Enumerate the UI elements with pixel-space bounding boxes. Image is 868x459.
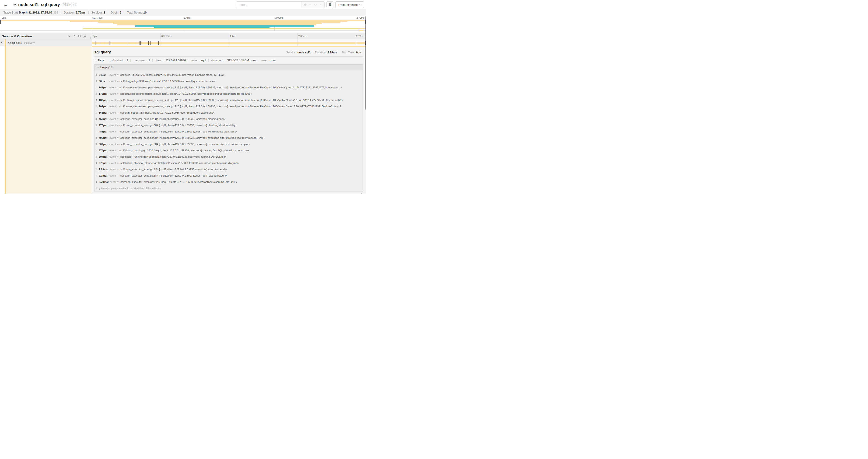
expand-one-icon[interactable] bbox=[74, 35, 75, 38]
equals-sign: = bbox=[117, 162, 119, 164]
chevron-right-icon bbox=[96, 93, 97, 95]
log-field-name: event bbox=[110, 118, 116, 120]
log-entry-row[interactable]: 2.7ms: event = ‹sql/conn_executor_exec.g… bbox=[96, 172, 363, 179]
summary-item: Depth 6 bbox=[108, 11, 124, 14]
chevron-right-icon bbox=[96, 86, 97, 89]
detail-indent-background bbox=[6, 46, 92, 194]
log-marker-tick bbox=[141, 41, 141, 45]
spanid-value: 4877749850101760812 bbox=[330, 194, 359, 194]
summary-item: Trace Start March 31 2022, 17:25:09 .326 bbox=[1, 11, 61, 14]
chevron-right-icon bbox=[96, 149, 97, 152]
gridline bbox=[160, 33, 161, 39]
trace-id: 7418682 bbox=[62, 3, 76, 7]
log-entry-row[interactable]: 502μs: event = ‹sql/conn_executor_exec.g… bbox=[96, 141, 363, 147]
tags-accordion[interactable]: Tags: _unfinished = 1 _verbose = 1 bbox=[94, 57, 363, 64]
clear-search-icon[interactable]: × bbox=[318, 2, 323, 7]
collapse-controls bbox=[68, 35, 86, 38]
log-entry-row[interactable]: 142μs: event = ‹sql/catalog/lease/descri… bbox=[96, 84, 363, 91]
minimap-span-bar bbox=[83, 28, 366, 29]
log-marker-tick bbox=[140, 41, 140, 45]
log-entry-row[interactable]: 574μs: event = ‹sql/distsql_running.go:1… bbox=[96, 147, 363, 154]
log-value: ‹sql/conn_executor_exec.go:684 [nsql1,cl… bbox=[120, 143, 250, 145]
tag-value: 127.0.0.1:59936 bbox=[165, 59, 186, 62]
span-bar-cell[interactable] bbox=[92, 39, 366, 46]
meta-value: node sql1 bbox=[298, 51, 311, 54]
ruler-tick: 1.4ms bbox=[230, 35, 237, 38]
scrollbar-thumb[interactable] bbox=[365, 16, 366, 110]
ruler-tick: 697.75μs bbox=[161, 35, 172, 38]
log-field-name: event bbox=[110, 168, 116, 171]
deep-link-icon[interactable] bbox=[360, 193, 363, 194]
log-timestamp: 189μs: bbox=[99, 99, 108, 101]
log-field-name: event bbox=[110, 162, 116, 164]
chevron-right-icon bbox=[96, 118, 97, 120]
log-entry-row[interactable]: 495μs: event = ‹sql/conn_executor_exec.g… bbox=[96, 135, 363, 141]
log-entry-row[interactable]: 476μs: event = ‹sql/conn_executor_exec.g… bbox=[96, 122, 363, 128]
collapse-one-icon[interactable] bbox=[68, 35, 71, 37]
equals-sign: = bbox=[117, 155, 119, 158]
equals-sign: = bbox=[117, 92, 119, 95]
find-input[interactable] bbox=[236, 2, 301, 8]
log-entry-row[interactable]: 2.69ms: event = ‹sql/conn_executor_exec.… bbox=[96, 166, 363, 172]
log-timestamp: 2.79ms: bbox=[99, 181, 109, 183]
ruler-tick: 2.79ms bbox=[356, 16, 365, 19]
log-entry-row[interactable]: 366μs: event = ‹sql/plan_opt.go:358 [nsq… bbox=[96, 109, 363, 116]
log-marker-tick bbox=[106, 41, 106, 45]
summary-value: March 31 2022, 17:25:09 bbox=[19, 11, 52, 14]
span-name-cell[interactable]: node sql1 sql query bbox=[0, 39, 92, 46]
log-entry-row[interactable]: 80μs: event = ‹sql/plan_opt.go:358 [nsql… bbox=[96, 78, 363, 84]
collapse-span-chevron[interactable] bbox=[0, 42, 5, 44]
log-entry-row[interactable]: 189μs: event = ‹sql/catalog/lease/descri… bbox=[96, 97, 363, 103]
log-entry-row[interactable]: 34μs: event = ‹sql/exec_util.go:2297 [ns… bbox=[96, 72, 363, 78]
ruler-tick: 2.09ms bbox=[299, 35, 306, 38]
view-selector-label: Trace Timeline bbox=[338, 3, 358, 6]
log-entry-row[interactable]: 201μs: event = ‹sql/catalog/lease/descri… bbox=[96, 103, 363, 109]
log-value: ‹sql/conn_executor_exec.go:684 [nsql1,cl… bbox=[120, 118, 225, 120]
collapse-all-icon[interactable] bbox=[78, 35, 81, 38]
column-resizer-grip[interactable]: ∥ bbox=[90, 37, 91, 39]
log-timestamp: 2.69ms: bbox=[99, 168, 109, 171]
tag-value: root bbox=[271, 59, 276, 62]
log-entry-row[interactable]: 459μs: event = ‹sql/conn_executor_exec.g… bbox=[96, 116, 363, 122]
log-entry-row[interactable]: 176μs: event = ‹sql/catalog/descs/descri… bbox=[96, 91, 363, 97]
logs-footnote: Log timestamps are relative to the start… bbox=[96, 185, 363, 191]
meta-value: 0μs bbox=[356, 51, 361, 54]
log-entry-row[interactable]: 597μs: event = ‹sql/distsql_running.go:4… bbox=[96, 154, 363, 160]
view-selector-dropdown[interactable]: Trace Timeline bbox=[335, 1, 364, 8]
logs-header[interactable]: Logs (18) bbox=[94, 65, 363, 70]
log-entry-row[interactable]: 678μs: event = ‹sql/distsql_physical_pla… bbox=[96, 160, 363, 166]
meta-item: Start Time: 0μs bbox=[339, 51, 363, 54]
viewport-drag-handle-left[interactable] bbox=[0, 20, 1, 24]
expand-all-icon[interactable] bbox=[83, 35, 86, 38]
log-field-name: event bbox=[110, 130, 116, 133]
meta-label: Duration: bbox=[315, 51, 327, 54]
back-arrow-icon: ← bbox=[3, 2, 8, 7]
equals-sign: = bbox=[117, 99, 119, 101]
next-result-icon[interactable] bbox=[313, 2, 318, 7]
log-field-name: event bbox=[110, 105, 116, 108]
locate-icon[interactable] bbox=[303, 2, 308, 7]
summary-value: 6 bbox=[120, 11, 121, 14]
span-row[interactable]: node sql1 sql query bbox=[0, 39, 366, 46]
collapse-trace-chevron[interactable] bbox=[13, 3, 17, 6]
log-value: ‹sql/distsql_running.go:1420 [nsql1,clie… bbox=[120, 149, 250, 152]
log-timestamp: 2.7ms: bbox=[99, 174, 108, 177]
log-value: ‹sql/conn_executor_exec.go:684 [nsql1,cl… bbox=[120, 124, 236, 127]
span-duration-bar[interactable] bbox=[92, 42, 366, 44]
gridline bbox=[298, 33, 298, 39]
back-button[interactable]: ← bbox=[2, 1, 10, 9]
equals-sign: = bbox=[117, 105, 119, 108]
prev-result-icon[interactable] bbox=[308, 2, 313, 7]
keyboard-shortcuts-button[interactable]: ⌘ bbox=[327, 1, 334, 8]
log-entry-row[interactable]: 486μs: event = ‹sql/conn_executor_exec.g… bbox=[96, 128, 363, 135]
log-value: ‹sql/conn_executor_exec.go:2046 [nsql1,c… bbox=[120, 181, 237, 183]
timeline-minimap[interactable] bbox=[0, 20, 366, 31]
chevron-down-icon bbox=[96, 67, 99, 68]
spanid-row: SpanID: 4877749850101760812 bbox=[94, 192, 363, 194]
tag-value: SELECT * FROM users bbox=[227, 59, 257, 62]
log-value: ‹sql/exec_util.go:2297 [nsql1,client=127… bbox=[120, 73, 225, 76]
log-entry-row[interactable]: 2.79ms: event = ‹sql/conn_executor_exec.… bbox=[96, 179, 363, 185]
log-marker-tick bbox=[109, 41, 110, 45]
service-operation-header: Service & Operation ∥ bbox=[0, 33, 92, 39]
tag-key: _verbose bbox=[133, 59, 145, 62]
